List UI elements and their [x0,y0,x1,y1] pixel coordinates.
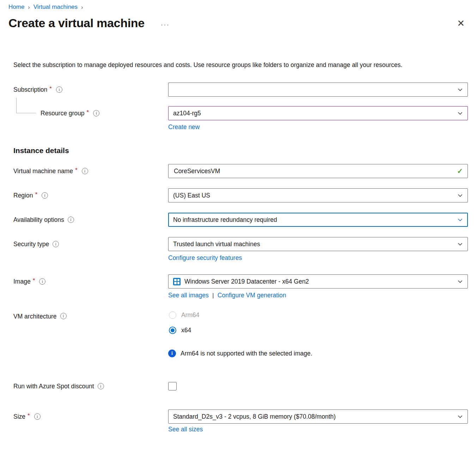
subscription-dropdown[interactable] [168,83,468,97]
intro-text: Select the subscription to manage deploy… [13,60,458,70]
chevron-down-icon [457,217,463,223]
info-icon[interactable]: i [60,313,67,319]
azure-spot-checkbox[interactable] [168,382,177,390]
info-icon[interactable]: i [68,217,74,223]
resource-group-label-cell: Resource group * i [13,106,168,120]
info-icon[interactable]: i [98,383,104,389]
resource-group-control-cell: az104-rg5 Create new [168,106,468,131]
security-type-control-cell: Trusted launch virtual machines Configur… [168,237,468,262]
subscription-label-cell: Subscription * i [13,83,168,97]
info-icon[interactable]: i [93,110,99,116]
vm-name-input[interactable] [173,167,457,175]
chevron-down-icon [457,241,463,247]
chevron-down-icon [457,87,463,92]
image-control-cell: Windows Server 2019 Datacenter - x64 Gen… [168,274,468,299]
subscription-row: Subscription * i [13,83,468,97]
region-row: Region * i (US) East US [13,188,468,202]
page-header: Create a virtual machine ··· ✕ [0,11,476,30]
breadcrumb-virtual-machines[interactable]: Virtual machines [33,4,78,11]
size-value: Standard_D2s_v3 - 2 vcpus, 8 GiB memory … [173,413,336,420]
resource-group-value: az104-rg5 [173,110,201,117]
see-all-sizes-link[interactable]: See all sizes [168,426,203,433]
region-control-cell: (US) East US [168,188,468,202]
region-value: (US) East US [173,192,210,199]
create-new-link[interactable]: Create new [168,123,200,131]
breadcrumb-separator: › [81,4,83,11]
vm-architecture-control-cell: Arm64 x64 i Arm64 is not supported with … [168,311,468,357]
image-value: Windows Server 2019 Datacenter - x64 Gen… [184,278,309,285]
availability-options-label: Availability options [13,216,64,224]
info-icon[interactable]: i [56,86,62,93]
radio-arm64-label: Arm64 [181,311,200,319]
availability-options-label-cell: Availability options i [13,213,168,227]
vm-architecture-label-cell: VM architecture i [13,311,168,325]
size-row: Size * i Standard_D2s_v3 - 2 vcpus, 8 Gi… [13,409,468,433]
resource-group-dropdown[interactable]: az104-rg5 [168,106,468,120]
resource-group-row: Resource group * i az104-rg5 Create new [13,106,468,131]
required-asterisk: * [35,191,37,198]
azure-spot-control-cell [168,379,468,390]
radio-circle-icon [169,311,176,319]
security-type-row: Security type i Trusted launch virtual m… [13,237,468,262]
vm-architecture-label: VM architecture [13,313,57,320]
required-asterisk: * [49,85,52,92]
availability-options-row: Availability options i No infrastructure… [13,213,468,227]
info-icon[interactable]: i [53,241,59,247]
breadcrumb-home[interactable]: Home [8,4,24,11]
info-filled-icon: i [168,350,176,357]
security-type-label-cell: Security type i [13,237,168,251]
hierarchy-connector-line [16,98,36,113]
subscription-control-cell [168,83,468,97]
subscription-label: Subscription [13,86,47,93]
region-label-cell: Region * i [13,188,168,202]
breadcrumb-separator: › [28,4,30,11]
image-label: Image [13,278,31,285]
info-icon[interactable]: i [39,278,45,285]
image-dropdown[interactable]: Windows Server 2019 Datacenter - x64 Gen… [168,274,468,289]
vm-name-row: Virtual machine name * i ✓ [13,164,468,178]
vm-architecture-row: VM architecture i Arm64 x64 i Arm64 is n… [13,311,468,357]
windows-logo-icon [173,278,181,285]
info-icon[interactable]: i [82,168,88,174]
size-dropdown[interactable]: Standard_D2s_v3 - 2 vcpus, 8 GiB memory … [168,409,468,424]
radio-arm64[interactable]: Arm64 [169,311,468,320]
arm64-info-message: i Arm64 is not supported with the select… [168,350,468,357]
vm-name-textbox: ✓ [168,164,468,178]
vm-name-label-cell: Virtual machine name * i [13,164,168,178]
size-label: Size [13,413,25,420]
availability-options-control-cell: No infrastructure redundancy required [168,213,468,227]
required-asterisk: * [87,109,89,116]
image-links: See all images | Configure VM generation [168,292,468,299]
see-all-images-link[interactable]: See all images [168,292,209,299]
required-asterisk: * [28,412,30,419]
configure-security-features-link[interactable]: Configure security features [168,254,242,261]
configure-vm-generation-link[interactable]: Configure VM generation [218,292,286,299]
info-icon[interactable]: i [42,192,48,199]
security-type-dropdown[interactable]: Trusted launch virtual machines [168,237,468,251]
more-menu-icon[interactable]: ··· [161,21,170,29]
image-row: Image * i Windows Server 2019 Datacenter… [13,274,468,299]
azure-spot-row: Run with Azure Spot discount i [13,379,468,393]
availability-options-dropdown[interactable]: No infrastructure redundancy required [168,213,468,227]
resource-group-links: Create new [168,123,468,131]
vm-name-label: Virtual machine name [13,168,73,175]
page-title: Create a virtual machine [8,16,145,30]
valid-check-icon: ✓ [457,167,463,175]
chevron-down-icon [457,279,463,284]
availability-options-value: No infrastructure redundancy required [173,216,277,224]
create-vm-form: Select the subscription to manage deploy… [0,60,476,449]
vm-name-control-cell: ✓ [168,164,468,178]
radio-x64[interactable]: x64 [169,326,468,335]
region-dropdown[interactable]: (US) East US [168,188,468,202]
arm64-info-text: Arm64 is not supported with the selected… [181,350,312,357]
close-icon[interactable]: ✕ [457,19,465,28]
instance-details-heading: Instance details [13,146,468,155]
required-asterisk: * [33,277,35,284]
image-label-cell: Image * i [13,274,168,289]
info-icon[interactable]: i [34,413,41,420]
region-label: Region [13,192,33,199]
size-label-cell: Size * i [13,409,168,424]
resource-group-label: Resource group [41,110,85,117]
required-asterisk: * [75,167,78,174]
breadcrumb: Home › Virtual machines › [0,0,476,11]
